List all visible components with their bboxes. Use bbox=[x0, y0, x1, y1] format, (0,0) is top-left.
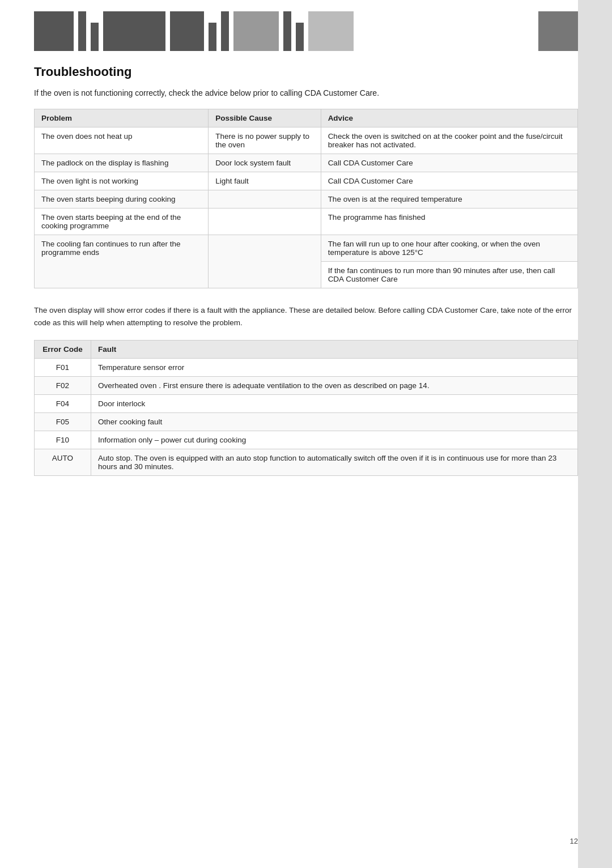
page-title: Troubleshooting bbox=[34, 65, 578, 79]
cause-cell: Door lock system fault bbox=[209, 154, 321, 172]
error-description: The oven display will show error codes i… bbox=[34, 304, 578, 329]
problem-cell: The oven light is not working bbox=[35, 172, 209, 190]
header-decoration bbox=[0, 0, 612, 51]
error-table: Error Code Fault F01 Temperature sensor … bbox=[34, 340, 578, 476]
table-row: F04 Door interlock bbox=[35, 395, 578, 413]
error-code-cell: AUTO bbox=[35, 449, 91, 476]
trouble-header-advice: Advice bbox=[321, 109, 577, 127]
table-row: The padlock on the display is flashing D… bbox=[35, 154, 578, 172]
block-5 bbox=[170, 11, 204, 51]
intro-text: If the oven is not functioning correctly… bbox=[34, 88, 578, 97]
fault-cell: Other cooking fault bbox=[91, 413, 578, 431]
error-code-cell: F10 bbox=[35, 431, 91, 449]
error-code-cell: F05 bbox=[35, 413, 91, 431]
block-9 bbox=[283, 11, 291, 51]
table-row: The oven starts beeping at the end of th… bbox=[35, 209, 578, 235]
cause-cell bbox=[209, 190, 321, 209]
problem-cell: The padlock on the display is flashing bbox=[35, 154, 209, 172]
table-row: F05 Other cooking fault bbox=[35, 413, 578, 431]
advice-cell: The programme has finished bbox=[321, 209, 577, 235]
cause-cell bbox=[209, 209, 321, 235]
advice-cell: The oven is at the required temperature bbox=[321, 190, 577, 209]
problem-cell: The oven starts beeping at the end of th… bbox=[35, 209, 209, 235]
error-code-cell: F04 bbox=[35, 395, 91, 413]
problem-cell: The oven does not heat up bbox=[35, 127, 209, 154]
block-4 bbox=[103, 11, 165, 51]
block-8 bbox=[233, 11, 279, 51]
table-row: The oven does not heat up There is no po… bbox=[35, 127, 578, 154]
page-number: 12 bbox=[570, 837, 578, 845]
advice-cell: Call CDA Customer Care bbox=[321, 154, 577, 172]
trouble-header-problem: Problem bbox=[35, 109, 209, 127]
advice-cell: Call CDA Customer Care bbox=[321, 172, 577, 190]
cause-cell bbox=[209, 235, 321, 288]
problem-cell: The oven starts beeping during cooking bbox=[35, 190, 209, 209]
table-row: F01 Temperature sensor error bbox=[35, 359, 578, 377]
block-7 bbox=[221, 11, 229, 51]
table-row: F02 Overheated oven . First ensure there… bbox=[35, 377, 578, 395]
error-code-cell: F02 bbox=[35, 377, 91, 395]
fault-cell: Door interlock bbox=[91, 395, 578, 413]
table-row: The cooling fan continues to run after t… bbox=[35, 235, 578, 262]
table-row: The oven light is not working Light faul… bbox=[35, 172, 578, 190]
table-row: F10 Information only – power cut during … bbox=[35, 431, 578, 449]
table-row: AUTO Auto stop. The oven is equipped wit… bbox=[35, 449, 578, 476]
problem-cell: The cooling fan continues to run after t… bbox=[35, 235, 209, 288]
advice-cell: The fan will run up to one hour after co… bbox=[321, 235, 577, 262]
block-6 bbox=[209, 23, 216, 51]
trouble-header-cause: Possible Cause bbox=[209, 109, 321, 127]
block-1 bbox=[34, 11, 74, 51]
fault-cell: Auto stop. The oven is equipped with an … bbox=[91, 449, 578, 476]
cause-cell: Light fault bbox=[209, 172, 321, 190]
advice-cell: If the fan continues to run more than 90… bbox=[321, 262, 577, 288]
block-2 bbox=[78, 11, 86, 51]
error-code-cell: F01 bbox=[35, 359, 91, 377]
fault-cell: Information only – power cut during cook… bbox=[91, 431, 578, 449]
block-11 bbox=[308, 11, 354, 51]
cause-cell: There is no power supply to the oven bbox=[209, 127, 321, 154]
error-header-fault: Fault bbox=[91, 341, 578, 359]
troubleshoot-table: Problem Possible Cause Advice The oven d… bbox=[34, 109, 578, 288]
block-13 bbox=[538, 11, 578, 51]
block-10 bbox=[296, 23, 304, 51]
fault-cell: Overheated oven . First ensure there is … bbox=[91, 377, 578, 395]
block-3 bbox=[91, 23, 99, 51]
error-header-code: Error Code bbox=[35, 341, 91, 359]
table-row: The oven starts beeping during cooking T… bbox=[35, 190, 578, 209]
fault-cell: Temperature sensor error bbox=[91, 359, 578, 377]
advice-cell: Check the oven is switched on at the coo… bbox=[321, 127, 577, 154]
